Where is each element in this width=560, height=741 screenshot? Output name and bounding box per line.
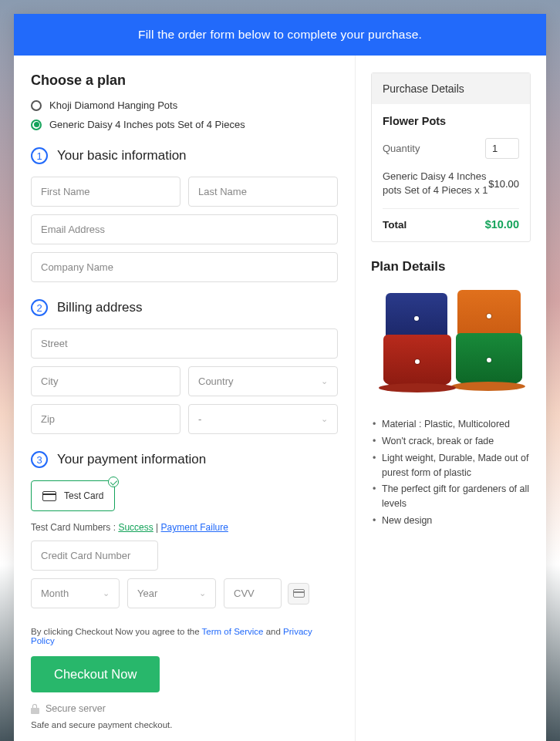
purchase-line-price: $10.00 [488,178,519,190]
step-number-icon: 1 [31,147,48,164]
choose-plan-heading: Choose a plan [31,72,338,89]
agreement-text: By clicking Checkout Now you agree to th… [31,627,338,645]
purchase-details-heading: Purchase Details [372,73,530,104]
checkout-button[interactable]: Checkout Now [31,656,160,692]
zip-input[interactable] [31,404,180,434]
section-title: Billing address [57,300,143,315]
list-item: Light weight, Durable, Made out of pures… [371,451,531,480]
chevron-down-icon: ⌄ [103,588,110,598]
secure-server-line: Secure server [31,703,338,714]
product-image [374,287,528,406]
radio-icon [31,100,42,111]
step-number-icon: 2 [31,299,48,316]
expiry-month-select[interactable]: Month ⌄ [31,578,120,608]
plan-option-khoji[interactable]: Khoji Diamond Hanging Pots [31,99,338,111]
section-payment-header: 3 Your payment information [31,451,338,468]
section-title: Your basic information [57,148,187,163]
state-select[interactable]: - ⌄ [188,404,338,434]
expiry-year-select[interactable]: Year ⌄ [127,578,216,608]
secure-subtext: Safe and secure payment checkout. [31,720,338,729]
company-input[interactable] [31,252,338,282]
email-input[interactable] [31,214,338,244]
plan-option-label: Khoji Diamond Hanging Pots [49,99,177,111]
list-item: The perfect gift for gardeners of all le… [371,482,531,511]
plan-option-generic-daisy[interactable]: Generic Daisy 4 Inches pots Set of 4 Pie… [31,119,338,130]
section-basic-info-header: 1 Your basic information [31,147,338,164]
card-option-label: Test Card [64,490,103,501]
purchase-product-title: Flower Pots [383,115,519,127]
summary-column: Purchase Details Flower Pots Quantity Ge… [356,56,546,741]
cvv-card-icon [288,583,309,605]
test-card-numbers-line: Test Card Numbers : Success | Payment Fa… [31,522,338,533]
plan-details-heading: Plan Details [371,259,531,275]
radio-icon [31,120,42,130]
section-title: Your payment information [57,452,206,467]
select-placeholder: Year [137,588,157,599]
city-input[interactable] [31,366,180,396]
chevron-down-icon: ⌄ [321,414,328,424]
total-value: $10.00 [485,218,519,231]
first-name-input[interactable] [31,177,180,207]
test-failure-link[interactable]: Payment Failure [161,522,228,533]
list-item: Won't crack, break or fade [371,434,531,449]
test-card-option[interactable]: Test Card [31,480,115,511]
plan-option-label: Generic Daisy 4 Inches pots Set of 4 Pie… [49,119,245,130]
quantity-label: Quantity [383,143,420,154]
credit-card-icon [42,491,56,501]
test-success-link[interactable]: Success [118,522,153,533]
section-billing-header: 2 Billing address [31,299,338,316]
plan-details-list: Material : Plastic, Multicolored Won't c… [371,417,531,527]
purchase-details-box: Purchase Details Flower Pots Quantity Ge… [371,72,531,242]
street-input[interactable] [31,328,338,359]
quantity-input[interactable] [485,138,519,159]
lock-icon [31,704,39,714]
chevron-down-icon: ⌄ [199,588,206,598]
order-banner: Fill the order form below to complete yo… [14,14,546,56]
purchase-line-item: Generic Daisy 4 Inches pots Set of 4 Pie… [383,170,488,197]
chevron-down-icon: ⌄ [321,376,328,386]
list-item: Material : Plastic, Multicolored [371,417,531,432]
select-placeholder: Month [41,588,69,599]
credit-card-number-input[interactable] [31,541,158,571]
last-name-input[interactable] [188,177,338,207]
form-column: Choose a plan Khoji Diamond Hanging Pots… [14,56,356,741]
select-placeholder: - [198,413,201,425]
step-number-icon: 3 [31,451,48,468]
total-label: Total [383,219,407,231]
list-item: New design [371,514,531,528]
select-placeholder: Country [198,376,234,387]
terms-of-service-link[interactable]: Term of Service [202,627,264,636]
check-badge-icon [108,477,119,487]
cvv-input[interactable] [224,578,282,608]
country-select[interactable]: Country ⌄ [188,366,338,396]
